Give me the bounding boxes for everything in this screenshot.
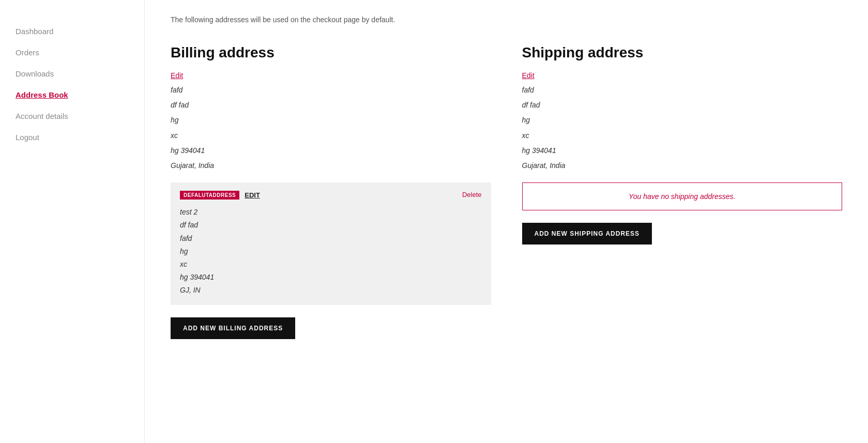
sidebar-item-address-book[interactable]: Address Book — [16, 84, 129, 105]
billing-address: fafd df fad hg xc hg 394041 Gujarat, Ind… — [171, 84, 491, 172]
sidebar: Dashboard Orders Downloads Address Book … — [0, 0, 145, 443]
billing-line5: hg 394041 — [171, 144, 491, 157]
sidebar-item-dashboard[interactable]: Dashboard — [16, 21, 129, 42]
billing-heading: Billing address — [171, 44, 491, 61]
shipping-line1: fafd — [522, 84, 843, 97]
shipping-address: fafd df fad hg xc hg 394041 Gujarat, Ind… — [522, 84, 843, 172]
billing-line1: fafd — [171, 84, 491, 97]
shipping-line3: hg — [522, 114, 843, 127]
sidebar-item-account-details[interactable]: Account details — [16, 105, 129, 127]
shipping-section: Shipping address Edit fafd df fad hg xc … — [522, 44, 843, 339]
default-badge: DEFALUTADDRESS — [180, 191, 239, 200]
sidebar-item-logout[interactable]: Logout — [16, 127, 129, 148]
add-shipping-address-button[interactable]: ADD NEW SHIPPING ADDRESS — [522, 223, 652, 245]
addresses-grid: Billing address Edit fafd df fad hg xc h… — [171, 44, 842, 339]
billing-line3: hg — [171, 114, 491, 127]
page-description: The following addresses will be used on … — [171, 16, 842, 24]
billing-section: Billing address Edit fafd df fad hg xc h… — [171, 44, 491, 339]
billing-edit-link[interactable]: Edit — [171, 71, 183, 80]
no-shipping-box: You have no shipping addresses. — [522, 182, 843, 210]
card-line7: GJ, IN — [180, 284, 482, 297]
address-card-header: DEFALUTADDRESS EDIT — [180, 191, 482, 200]
sidebar-nav: Dashboard Orders Downloads Address Book … — [16, 21, 129, 148]
shipping-line5: hg 394041 — [522, 144, 843, 157]
shipping-line6: Gujarat, India — [522, 159, 843, 172]
card-line6: hg 394041 — [180, 271, 482, 284]
card-line4: hg — [180, 245, 482, 258]
edit-card-link[interactable]: EDIT — [245, 191, 260, 199]
billing-line4: xc — [171, 129, 491, 142]
shipping-edit-link[interactable]: Edit — [522, 71, 535, 80]
card-line1: test 2 — [180, 206, 482, 219]
shipping-line4: xc — [522, 129, 843, 142]
sidebar-item-downloads[interactable]: Downloads — [16, 63, 129, 84]
billing-address-card: DEFALUTADDRESS EDIT Delete test 2 df fad… — [171, 182, 491, 305]
billing-line2: df fad — [171, 99, 491, 112]
card-line2: df fad — [180, 219, 482, 232]
no-shipping-text: You have no shipping addresses. — [629, 192, 735, 201]
delete-link[interactable]: Delete — [462, 191, 482, 198]
shipping-line2: df fad — [522, 99, 843, 112]
billing-line6: Gujarat, India — [171, 159, 491, 172]
main-content: The following addresses will be used on … — [145, 0, 868, 443]
card-line5: xc — [180, 258, 482, 271]
sidebar-item-orders[interactable]: Orders — [16, 42, 129, 63]
add-billing-address-button[interactable]: ADD NEW BILLING ADDRESS — [171, 317, 295, 339]
card-address: test 2 df fad fafd hg xc hg 394041 GJ, I… — [180, 206, 482, 297]
card-line3: fafd — [180, 232, 482, 245]
shipping-heading: Shipping address — [522, 44, 843, 61]
